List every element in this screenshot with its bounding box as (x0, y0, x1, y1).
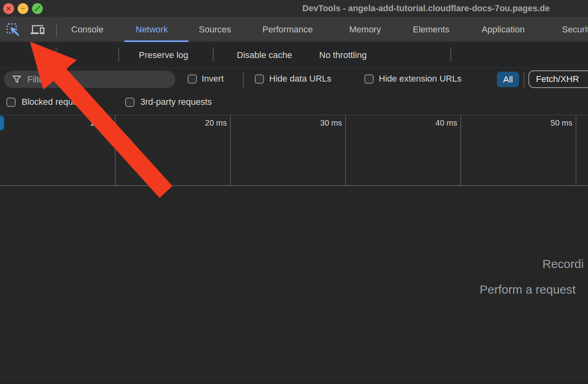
tab-console[interactable]: Console (71, 17, 104, 42)
third-party-requests-label: 3rd-party requests (140, 97, 212, 107)
invert-checkbox[interactable] (188, 74, 197, 84)
close-window-button[interactable]: ✕ (3, 3, 14, 14)
hide-data-urls-checkbox[interactable] (255, 74, 264, 84)
timeline-gridline (576, 115, 576, 186)
blocked-requests-checkbox[interactable] (6, 98, 16, 107)
toolbar-divider (56, 48, 56, 62)
toolbar-divider (450, 48, 451, 62)
disable-cache-label: Disable cache (237, 42, 292, 68)
tab-memory[interactable]: Memory (349, 17, 381, 42)
filter-divider (524, 72, 524, 88)
timeline-tick-10ms: 10 ms (67, 118, 112, 128)
timeline-tick-50ms: 50 ms (528, 118, 572, 128)
device-toolbar-icon (30, 23, 45, 36)
tab-security[interactable]: Security (562, 17, 588, 42)
third-party-requests-checkbox[interactable] (125, 98, 134, 107)
filter-chip-fetch-xhr[interactable]: Fetch/XHR (528, 70, 588, 88)
network-overview-timeline[interactable]: 10 ms 20 ms 30 ms 40 ms 50 ms (0, 115, 588, 186)
timeline-gridline (345, 115, 346, 186)
filter-chip-all[interactable]: All (497, 72, 519, 87)
toolbar-divider (213, 48, 214, 62)
timeline-tick-30ms: 30 ms (297, 118, 342, 128)
minimize-window-button[interactable]: − (18, 3, 28, 14)
hide-extension-urls-label: Hide extension URLs (379, 74, 462, 84)
preserve-log-label: Preserve log (139, 42, 188, 68)
tab-application[interactable]: Application (482, 17, 525, 42)
funnel-outline-icon (12, 74, 22, 85)
overview-selection-handle[interactable] (0, 116, 4, 130)
filter-field[interactable] (4, 71, 175, 88)
inspect-cursor-icon (6, 23, 20, 36)
tab-sources[interactable]: Sources (199, 17, 231, 42)
timeline-gridline (230, 115, 231, 186)
tab-performance[interactable]: Performance (262, 17, 313, 42)
zoom-disabled-icon (34, 6, 41, 12)
hide-extension-urls-checkbox[interactable] (364, 74, 374, 84)
device-toolbar-button[interactable] (30, 22, 46, 38)
request-type-row: Blocked requests 3rd-party requests (0, 91, 588, 114)
tab-network[interactable]: Network (136, 17, 168, 42)
timeline-tick-40ms: 40 ms (412, 118, 457, 128)
toolbar-divider (118, 48, 119, 62)
window-title: DevTools - angela-add-tutorial.cloudflar… (302, 4, 550, 14)
filter-divider (243, 72, 244, 88)
invert-label: Invert (202, 74, 224, 84)
zoom-window-button[interactable] (32, 3, 43, 14)
devtools-tabstrip: Console Network Sources Performance Memo… (0, 17, 588, 42)
tabstrip-divider (56, 23, 57, 37)
titlebar: ✕ − DevTools - angela-add-tutorial.cloud… (0, 0, 588, 17)
network-filter-row: Invert Hide data URLs Hide extension URL… (0, 68, 588, 91)
timeline-gridline (115, 115, 116, 186)
inspect-element-button[interactable] (5, 22, 21, 38)
network-toolbar: Preserve log Disable cache No throttling (0, 42, 588, 68)
blocked-requests-label: Blocked requests (22, 97, 89, 107)
timeline-tick-20ms: 20 ms (182, 118, 227, 128)
recording-status-text: Recordi (542, 257, 584, 271)
filter-input[interactable] (27, 74, 159, 85)
throttling-select[interactable]: No throttling (319, 42, 367, 68)
timeline-gridline (460, 115, 461, 186)
tab-elements[interactable]: Elements (413, 17, 450, 42)
perform-request-hint-text: Perform a request (480, 283, 576, 296)
hide-data-urls-label: Hide data URLs (269, 74, 331, 84)
